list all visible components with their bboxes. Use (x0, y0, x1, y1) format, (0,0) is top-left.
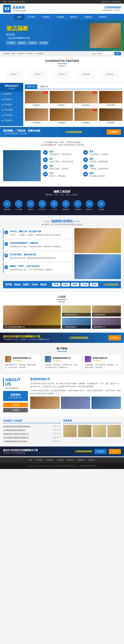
product-item-3[interactable]: NEW 产品名称三 (74, 91, 98, 107)
honor-img-4 (108, 425, 121, 437)
features-title: 零甲醛、高稳定、高隔声、长寿命、易组装 (6, 283, 47, 286)
proc-num-1: 01 (3, 200, 11, 208)
hero-title: 酒店隔断 (6, 25, 48, 32)
news-link-3[interactable]: 某某装饰新产品系列正式发布上市 (3, 433, 53, 435)
bottom-banner-title: 提供专业的酒店活动隔断解决方案 (3, 449, 38, 452)
case-item-5[interactable]: 成都某商务中心 (92, 318, 121, 329)
case-item-3[interactable]: 广州某高档宴会厅 (62, 318, 91, 329)
proc-step-6: 06 物流配送 (62, 200, 70, 210)
footer-copyright: Copyright © 2023 All Rights Reserved. 某某… (3, 465, 121, 467)
product-item-8[interactable]: 产品名称八 (99, 108, 122, 124)
product-item-6[interactable]: 产品名称六 (50, 108, 73, 124)
contact-consult-button[interactable]: 立即咨询 (108, 335, 121, 340)
news-link-2[interactable]: 公司荣获年度优质供应商称号 (3, 429, 53, 432)
honor-img-2 (78, 425, 92, 437)
feature-4: 长寿命 (80, 283, 89, 286)
product-item-1[interactable]: HOT 产品名称一 (25, 91, 48, 107)
proc-label-3: 方案设计 (27, 208, 34, 210)
why-title-block: 只专注隔断工程这一件事，坚持把它做到极致一站式酒店隔断定制，轻松打造低碳环保的人… (3, 141, 121, 146)
menu-item-5[interactable]: 产品分类五 (0, 113, 23, 118)
about-more-button[interactable]: 了解更多 (3, 408, 28, 412)
proc-step-7: 07 专业安装 (74, 200, 82, 210)
tab-recommended[interactable]: 推荐产品 (25, 84, 37, 89)
news-link-1[interactable]: 某某装饰参加2023年建筑装饰展览会 (3, 426, 53, 428)
reason-title-2: 先进设备和精湛技术，质量保证 (10, 242, 70, 244)
bottom-message-button[interactable]: 在线留言 (94, 449, 106, 454)
partners-section: COOPERATIVE PARTNER 合作伙伴 合作伙伴一 合作伙伴二 合作伙… (0, 56, 124, 82)
proc-label-1: 需求沟通 (3, 208, 11, 210)
hot-label-1: HOT (44, 92, 48, 94)
menu-item-6[interactable]: 产品分类六 (0, 118, 23, 123)
footer-icp[interactable]: 京ICP备XXXXXXXX号 (80, 465, 97, 467)
features-phone: 13588888888 (104, 283, 118, 286)
why-num-6: 06 (83, 158, 88, 162)
why-title-1: 品质 (49, 150, 72, 153)
nav-home[interactable]: 首页 (14, 14, 24, 20)
main-nav: 首页 关于我们 产品展示 工程案例 新闻中心 在线留言 联系我们 (0, 14, 124, 20)
promo-consult-button[interactable]: 立即咨询 (107, 130, 121, 135)
header-phone: 13588888888 (102, 6, 121, 9)
partners-subtitle: 合作伙伴 (3, 65, 121, 67)
case-main[interactable]: 北京某五星级酒店隔断工程 (3, 306, 61, 329)
header: 某某 某某装饰 专注酒店活动隔断 13588888888 全国服务热线（24小时… (0, 4, 124, 14)
partners-list: 合作伙伴一 合作伙伴二 合作伙伴三 合作伙伴四 合作伙伴五 (3, 70, 121, 79)
nav-contact[interactable]: 联系我们 (96, 14, 110, 20)
nav-cases[interactable]: 工程案例 (53, 14, 67, 20)
testimonial-3: 某某置业有限公司 ★★★★★ 专业的团队，从设计到安装一条龙服务，效果超出预期，… (83, 354, 121, 371)
case-label-5: 成都某商务中心 (92, 325, 121, 329)
reason-desc-2: 拥有国际先进生产设备，严格品质管控体系，确保每件产品都是精品 (10, 245, 70, 248)
proc-step-4: 04 签订合同 (38, 200, 46, 210)
footer-nav-home[interactable]: 首页 (28, 459, 32, 462)
footer-nav-about[interactable]: 关于我们 (35, 459, 43, 462)
news-title: 企业动态 / 社会动态 (3, 419, 61, 423)
honor-images (63, 425, 121, 437)
proc-num-3: 03 (27, 200, 34, 208)
why-title-2: 设计 (49, 158, 73, 160)
news-link-4[interactable]: 与某五星级酒店集团达成战略合作 (3, 436, 53, 439)
promo-line2: 一站式酒店隔断定制、安装服务 (3, 132, 40, 135)
product-item-5[interactable]: 产品名称五 (25, 108, 48, 124)
testimonials-divider (57, 351, 67, 352)
case-label-2: 上海某国际会议中心 (62, 313, 91, 316)
search-box: 搜索 (91, 52, 121, 55)
honor-img-1 (63, 425, 77, 437)
footer-nav-news[interactable]: 新闻中心 (67, 459, 74, 462)
nav-message[interactable]: 在线留言 (82, 14, 96, 20)
case-heading: CASE (3, 295, 121, 298)
news-link-5[interactable]: 公司荣誉资质再度升级认证完成 (3, 440, 53, 442)
testimonials-title-block: 客户评价 (3, 347, 121, 352)
case-item-2[interactable]: 上海某国际会议中心 (62, 306, 91, 316)
nav-about[interactable]: 关于我们 (24, 14, 38, 20)
bottom-banner-desc: 让您的每一分投入都物超所值 (3, 452, 38, 454)
menu-item-4[interactable]: 产品分类四 (0, 107, 23, 113)
product-sidebar: PRODUCT 产品展示 产品分类一 产品分类二 产品分类三 产品分类四 产品分… (0, 83, 23, 126)
search-input[interactable] (91, 52, 114, 55)
reasons-subtitle: 做大做强，以万千客户至心的托付回馈我们的托付 (3, 223, 121, 226)
nav-products[interactable]: 产品展示 (38, 14, 53, 20)
menu-item-3[interactable]: 产品分类三 (0, 102, 23, 107)
reason-num-3: 03 (4, 254, 8, 258)
proc-label-7: 专业安装 (74, 208, 82, 210)
product-item-7[interactable]: HOT 产品名称七 (74, 108, 98, 124)
menu-item-1[interactable]: 产品分类一 (0, 92, 23, 97)
nav-news[interactable]: 新闻中心 (67, 14, 82, 20)
menu-item-2[interactable]: 产品分类二 (0, 97, 23, 102)
case-item-4[interactable]: 深圳某豪华酒店 (92, 306, 121, 316)
about-consult-button[interactable]: 在线咨询 (3, 402, 28, 407)
product-item-2[interactable]: 产品名称二 (50, 91, 73, 107)
footer-nav-contact[interactable]: 联系我们 (88, 459, 96, 462)
about-left: ABOUTUS 酒店活动隔断专家 某某装饰 酒店活动隔断专家 在线咨询 了解更多 (3, 378, 28, 413)
hero-tag-2: 免费设计 (17, 41, 27, 45)
news-item-4: 与某五星级酒店集团达成战略合作 2023-08-25 (3, 436, 61, 440)
tab-newest[interactable]: 最新产品 (38, 84, 50, 89)
search-button[interactable]: 搜索 (114, 52, 121, 55)
footer-nav-products[interactable]: 产品展示 (46, 459, 53, 462)
product-item-4[interactable]: 产品名称四 (99, 91, 122, 107)
footer-nav-message[interactable]: 在线留言 (78, 459, 85, 462)
bottom-consult-button[interactable]: 立即咨询 (109, 449, 121, 454)
footer-nav-cases[interactable]: 工程案例 (56, 459, 64, 462)
top-bar-left: 您好，欢迎来到某某装饰网站！ (3, 0, 27, 3)
product-sidebar-header: PRODUCT 产品展示 (0, 83, 23, 92)
why-desc-1: 采用优质材料，严格品质管控 (49, 153, 72, 156)
about-company-sub: 酒店活动隔断专家 (6, 396, 26, 399)
